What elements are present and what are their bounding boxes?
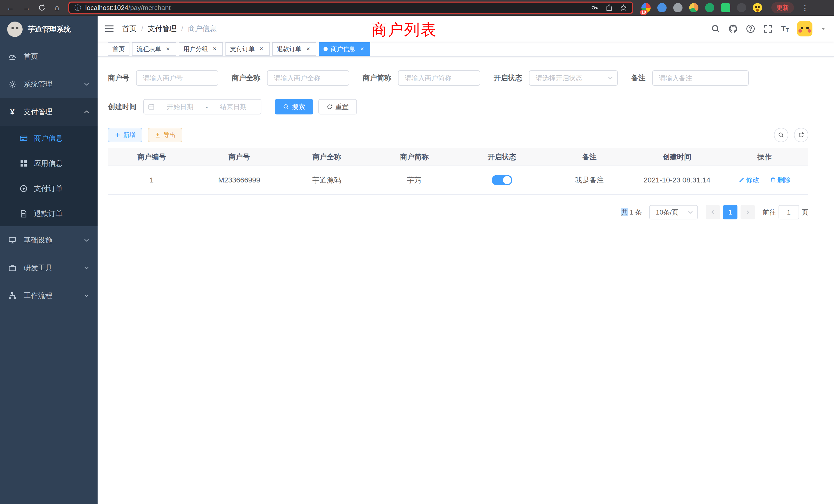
sidebar-item-system[interactable]: 系统管理: [0, 70, 97, 98]
status-select[interactable]: 请选择开启状态: [529, 70, 618, 86]
edit-button[interactable]: 修改: [739, 176, 760, 184]
short-name-input[interactable]: [398, 70, 480, 86]
chevron-up-icon: [84, 109, 89, 115]
breadcrumb-home[interactable]: 首页: [122, 24, 137, 33]
tab-home[interactable]: 首页: [108, 42, 129, 56]
column-header: 创建时间: [633, 148, 721, 166]
caret-down-icon[interactable]: [821, 26, 826, 31]
delete-button[interactable]: 删除: [770, 176, 791, 184]
sidebar-item-refund-order[interactable]: 退款订单: [0, 201, 97, 226]
breadcrumb-payment[interactable]: 支付管理: [148, 24, 177, 33]
close-icon[interactable]: ×: [358, 45, 366, 53]
field-label: 商户号: [108, 73, 129, 83]
sidebar-item-infra[interactable]: 基础设施: [0, 226, 97, 254]
sidebar-item-pay-order[interactable]: 支付订单: [0, 176, 97, 201]
active-dot: [324, 47, 328, 51]
page-unit-label: 页: [802, 208, 808, 217]
prev-page-button[interactable]: [706, 205, 720, 220]
breadcrumb-current: 商户信息: [188, 24, 217, 33]
full-name-input[interactable]: [267, 70, 349, 86]
password-key-icon[interactable]: [591, 4, 598, 11]
help-icon[interactable]: [746, 24, 755, 33]
filter-full-name: 商户全称: [232, 70, 349, 86]
cell-short-name: 芋艿: [371, 166, 458, 194]
extension-icon[interactable]: 10: [641, 3, 651, 12]
extension-icon[interactable]: [673, 3, 682, 12]
page-size-select[interactable]: 10条/页: [649, 205, 698, 220]
sidebar-item-workflow[interactable]: 工作流程: [0, 282, 97, 310]
selected-text: 共: [621, 208, 628, 216]
tab-label: 用户分组: [183, 45, 208, 53]
tab-label: 首页: [112, 45, 125, 53]
app-logo[interactable]: 芋道管理系统: [0, 16, 97, 43]
sidebar-item-label: 系统管理: [24, 79, 52, 89]
search-icon[interactable]: [711, 24, 720, 33]
tab-merchant-info[interactable]: 商户信息×: [319, 42, 370, 56]
cell-create-time: 2021-10-23 08:31:14: [633, 166, 721, 194]
share-icon[interactable]: [606, 4, 613, 11]
filter-status: 开启状态 请选择开启状态: [493, 70, 618, 86]
column-header: 商户简称: [371, 148, 458, 166]
merchant-no-input[interactable]: [136, 70, 218, 86]
forward-icon[interactable]: →: [22, 4, 32, 12]
refresh-table-button[interactable]: [794, 128, 808, 142]
bookmark-star-icon[interactable]: [620, 4, 627, 11]
tab-refund-order[interactable]: 退款订单×: [272, 42, 316, 56]
home-icon[interactable]: ⌂: [52, 4, 62, 12]
tab-pay-order[interactable]: 支付订单×: [225, 42, 270, 56]
sidebar-item-app-info[interactable]: 应用信息: [0, 151, 97, 176]
search-button[interactable]: 搜索: [275, 99, 313, 114]
app-title: 芋道管理系统: [28, 24, 71, 34]
back-icon[interactable]: ←: [5, 4, 16, 12]
create-time-range-picker[interactable]: 开始日期 - 结束日期: [143, 99, 261, 114]
main-area: 首页 / 支付管理 / 商户信息 商户列表 TT 首: [97, 16, 834, 504]
extension-icon[interactable]: [705, 3, 714, 12]
profile-avatar-icon[interactable]: [753, 3, 762, 12]
sidebar-item-merchant-info[interactable]: 商户信息: [0, 126, 97, 151]
extension-icon[interactable]: [737, 3, 746, 12]
document-icon: [20, 210, 28, 218]
next-page-button[interactable]: [741, 205, 755, 220]
chevron-down-icon: [84, 265, 89, 271]
extension-icon[interactable]: [689, 3, 698, 12]
close-icon[interactable]: ×: [305, 45, 312, 53]
font-size-icon[interactable]: TT: [781, 25, 789, 32]
chevron-down-icon: [84, 293, 89, 298]
url-bar[interactable]: ⓘ localhost:1024/pay/merchant: [68, 2, 633, 14]
browser-update-button[interactable]: 更新: [771, 2, 794, 13]
export-button[interactable]: 导出: [148, 128, 182, 142]
cell-full-name: 芋道源码: [283, 166, 371, 194]
tab-user-group[interactable]: 用户分组×: [179, 42, 223, 56]
fullscreen-icon[interactable]: [763, 24, 773, 33]
gear-icon: [8, 80, 17, 88]
site-info-icon[interactable]: ⓘ: [74, 4, 81, 11]
card-icon: [20, 134, 28, 142]
close-icon[interactable]: ×: [211, 45, 218, 53]
goto-page-input[interactable]: [778, 205, 799, 220]
refresh-icon: [798, 132, 804, 138]
navbar-tools: TT: [711, 21, 826, 37]
reload-icon[interactable]: [38, 4, 46, 12]
sidebar-item-home[interactable]: 首页: [0, 43, 97, 70]
filter-row-2: 创建时间 开始日期 - 结束日期 搜索 重置: [108, 99, 808, 114]
close-icon[interactable]: ×: [164, 45, 172, 53]
total-count: 共 1 条: [621, 208, 642, 217]
user-avatar[interactable]: [797, 21, 812, 37]
hamburger-icon[interactable]: [105, 25, 114, 33]
extension-icon[interactable]: [721, 3, 730, 12]
page-size-value: 10条/页: [656, 208, 684, 217]
remark-input[interactable]: [652, 70, 749, 86]
github-icon[interactable]: [728, 24, 738, 33]
status-toggle[interactable]: [492, 175, 512, 185]
reset-button[interactable]: 重置: [319, 99, 357, 114]
column-header: 商户全称: [283, 148, 371, 166]
close-icon[interactable]: ×: [258, 45, 265, 53]
page-1-button[interactable]: 1: [723, 205, 738, 220]
sidebar-item-payment[interactable]: ¥ 支付管理: [0, 98, 97, 126]
tab-process-form[interactable]: 流程表单×: [132, 42, 176, 56]
sidebar-item-dev-tools[interactable]: 研发工具: [0, 254, 97, 282]
extension-icon[interactable]: [657, 3, 666, 12]
browser-menu-icon[interactable]: ⋮: [801, 3, 809, 12]
toggle-search-button[interactable]: [774, 128, 788, 142]
add-button[interactable]: 新增: [108, 128, 142, 142]
